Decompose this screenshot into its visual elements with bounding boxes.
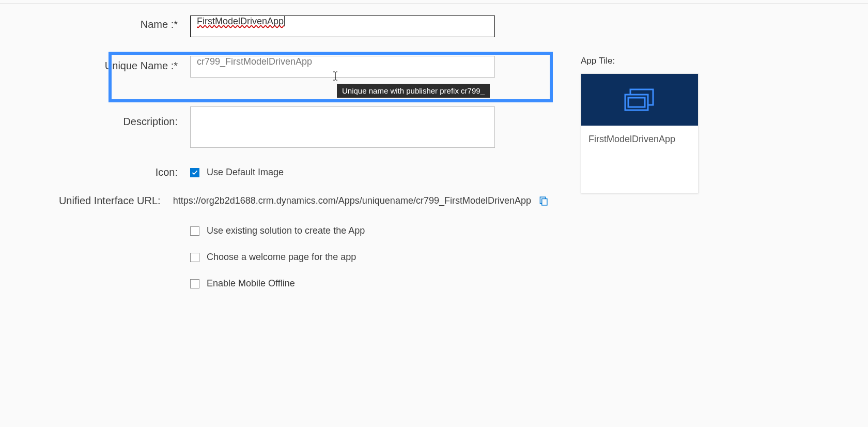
row-description: Description: (0, 106, 568, 148)
description-label: Description: (0, 106, 190, 128)
unique-name-tooltip: Unique name with publisher prefix cr799_ (337, 84, 490, 98)
choose-welcome-page-checkbox[interactable] (190, 253, 199, 262)
row-name: Name :* FirstModelDrivenApp (0, 16, 568, 37)
use-default-image-label: Use Default Image (207, 167, 284, 178)
unique-name-label: Unique Name :* (0, 56, 190, 72)
unified-url-value: https://org2b2d1688.crm.dynamics.com/App… (173, 195, 531, 206)
app-tile-icon (623, 88, 656, 111)
app-tile-section: App Tile: FirstModelDrivenApp (581, 56, 699, 193)
name-input[interactable]: FirstModelDrivenApp (190, 16, 495, 37)
name-input-value: FirstModelDrivenApp (197, 16, 284, 26)
row-unique-name: Unique Name :* cr799_FirstModelDrivenApp (0, 56, 568, 78)
use-existing-solution-label: Use existing solution to create the App (207, 225, 365, 236)
row-options: Use existing solution to create the App … (0, 225, 568, 304)
enable-mobile-offline-checkbox[interactable] (190, 279, 199, 288)
text-caret (284, 16, 285, 26)
icon-label: Icon: (0, 166, 190, 178)
checkmark-icon (192, 170, 198, 176)
unique-name-input-value: cr799_FirstModelDrivenApp (197, 56, 312, 67)
top-divider (0, 3, 868, 4)
enable-mobile-offline-label: Enable Mobile Offline (207, 278, 295, 289)
app-tile-section-label: App Tile: (581, 56, 699, 66)
copy-url-icon[interactable] (538, 196, 548, 206)
row-icon: Icon: Use Default Image (0, 166, 568, 178)
use-existing-solution-checkbox[interactable] (190, 226, 199, 236)
svg-rect-1 (542, 199, 547, 205)
row-unified-url: Unified Interface URL: https://org2b2d16… (0, 195, 568, 207)
unified-url-label: Unified Interface URL: (0, 195, 173, 207)
choose-welcome-page-label: Choose a welcome page for the app (207, 252, 356, 263)
name-label: Name :* (0, 16, 190, 30)
app-tile-header (581, 74, 698, 126)
app-tile-card: FirstModelDrivenApp (581, 73, 699, 193)
unique-name-input[interactable]: cr799_FirstModelDrivenApp (190, 56, 495, 78)
app-designer-form: Name :* FirstModelDrivenApp Unique Name … (0, 16, 568, 304)
app-tile-title: FirstModelDrivenApp (581, 126, 698, 153)
use-default-image-checkbox[interactable] (190, 168, 199, 177)
description-textarea[interactable] (190, 106, 495, 148)
